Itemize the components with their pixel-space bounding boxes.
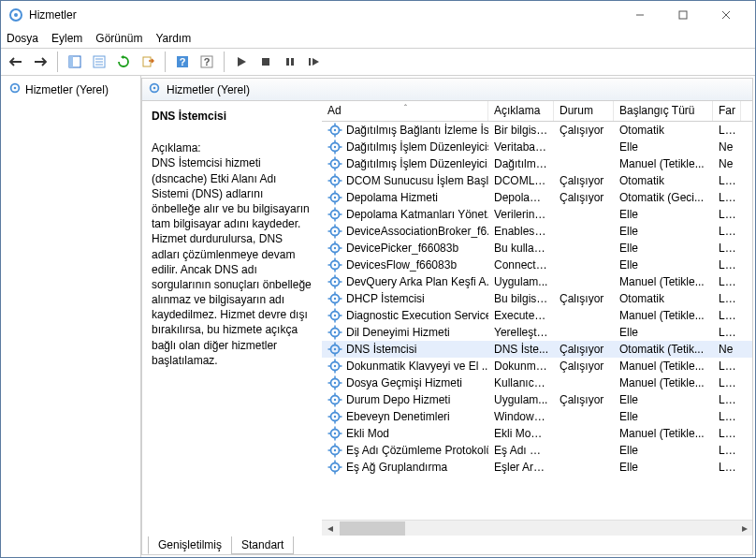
restart-service-button[interactable] xyxy=(303,51,326,73)
cell-desc: Dokunma... xyxy=(488,360,554,373)
col-desc[interactable]: Açıklama xyxy=(488,101,554,121)
cell-desc: DCOMLA... xyxy=(488,174,554,187)
svg-text:?: ? xyxy=(180,56,186,67)
col-startup[interactable]: Başlangıç Türü xyxy=(614,101,713,121)
svg-point-140 xyxy=(334,449,336,451)
tree-root-item[interactable]: Hizmetler (Yerel) xyxy=(5,80,137,99)
service-row[interactable]: Eş Ağ GruplandırmaEşler Arası...ElleLoc xyxy=(322,459,752,476)
properties-button[interactable] xyxy=(88,51,110,73)
cell-desc: Eş Adı Çö... xyxy=(488,444,554,457)
service-name-text: DevQuery Arka Plan Keşfi A... xyxy=(346,275,488,288)
cell-logon: Loc xyxy=(713,191,741,204)
svg-point-44 xyxy=(334,180,336,182)
refresh-button[interactable] xyxy=(112,51,135,73)
cell-logon: Loc xyxy=(713,326,741,339)
cell-logon: Loc xyxy=(713,309,741,322)
service-row[interactable]: DevicePicker_f66083bBu kullanı...ElleLoc xyxy=(322,240,752,257)
svg-point-24 xyxy=(153,87,156,90)
cell-logon: Loc xyxy=(713,242,741,255)
help-button[interactable]: ? xyxy=(171,51,194,73)
col-logon[interactable]: Far xyxy=(713,101,741,121)
service-name-text: Dağıtılmış Bağlantı İzleme İs... xyxy=(346,124,488,137)
minimize-button[interactable] xyxy=(618,1,662,29)
back-button[interactable] xyxy=(5,51,27,73)
service-row[interactable]: DeviceAssociationBroker_f6...Enables a..… xyxy=(322,223,752,240)
service-row[interactable]: Eş Adı Çözümleme ProtokolüEş Adı Çö...El… xyxy=(322,442,752,459)
service-row[interactable]: Dağıtılmış İşlem Düzenleyici...Dağıtılmı… xyxy=(322,155,752,172)
scroll-left-icon[interactable]: ◂ xyxy=(322,521,338,536)
cell-startup: Elle xyxy=(614,461,713,474)
service-row[interactable]: Depolama HizmetiDepolam...ÇalışıyorOtoma… xyxy=(322,189,752,206)
tab-standard[interactable]: Standart xyxy=(231,536,294,554)
svg-point-26 xyxy=(334,129,336,131)
service-name-text: Eş Ağ Gruplandırma xyxy=(346,461,447,474)
cell-status: Çalışıyor xyxy=(554,292,614,305)
service-row[interactable]: Dosya Geçmişi HizmetiKullanıcı ...Manuel… xyxy=(322,374,752,391)
service-name-text: Ebeveyn Denetimleri xyxy=(346,410,450,423)
cell-desc: Uygulam... xyxy=(488,275,554,288)
service-row[interactable]: Dokunmatik Klavyeyi ve El ...Dokunma...Ç… xyxy=(322,358,752,374)
svg-point-22 xyxy=(14,87,17,90)
cell-name: Dağıtılmış İşlem Düzenleyici... xyxy=(322,156,488,171)
cell-startup: Manuel (Tetikle... xyxy=(614,157,713,170)
service-row[interactable]: Ebeveyn DenetimleriWindows'...ElleLoc xyxy=(322,408,752,425)
cell-startup: Manuel (Tetikle... xyxy=(614,376,713,389)
help2-button[interactable]: ? xyxy=(196,51,218,73)
gear-icon xyxy=(327,325,342,340)
cell-status: Çalışıyor xyxy=(554,191,614,204)
cell-logon: Ne xyxy=(713,157,741,170)
menu-help[interactable]: Yardım xyxy=(155,32,191,45)
maximize-button[interactable] xyxy=(662,1,705,29)
menu-action[interactable]: Eylem xyxy=(51,32,82,45)
gear-icon xyxy=(327,241,342,256)
scroll-thumb[interactable] xyxy=(340,521,405,536)
cell-startup: Otomatik (Tetik... xyxy=(614,343,713,356)
export-button[interactable] xyxy=(137,51,159,73)
service-row[interactable]: Ekli ModEkli Mod ...Manuel (Tetikle...Lo… xyxy=(322,425,752,442)
service-row[interactable]: Dil Deneyimi HizmetiYerelleştiri...ElleL… xyxy=(322,324,752,341)
service-row[interactable]: Dağıtılmış Bağlantı İzleme İs...Bir bilg… xyxy=(322,122,752,139)
service-row[interactable]: DevicesFlow_f66083bConnectU...ElleLoc xyxy=(322,257,752,273)
cell-logon: Loc xyxy=(713,444,741,457)
cell-startup: Elle xyxy=(614,242,713,255)
svg-point-134 xyxy=(334,433,336,434)
pane-header: Hizmetler (Yerel) xyxy=(142,79,752,101)
cell-logon: Loc xyxy=(713,225,741,238)
pause-service-button[interactable] xyxy=(279,51,301,73)
window-title: Hizmetler xyxy=(29,8,618,22)
service-row[interactable]: Diagnostic Execution ServiceExecutes ...… xyxy=(322,307,752,324)
start-service-button[interactable] xyxy=(230,51,253,73)
svg-point-32 xyxy=(334,146,336,148)
cell-startup: Otomatik xyxy=(614,124,713,137)
service-row[interactable]: Durum Depo HizmetiUygulam...ÇalışıyorEll… xyxy=(322,391,752,408)
detail-desc: DNS İstemcisi hizmeti (dsncache) Etki Al… xyxy=(152,155,313,368)
service-row[interactable]: DCOM Sunucusu İşlem Başl...DCOMLA...Çalı… xyxy=(322,172,752,189)
stop-service-button[interactable] xyxy=(254,51,277,73)
svg-point-110 xyxy=(334,365,336,367)
cell-logon: Ne xyxy=(713,343,741,356)
pane-header-title: Hizmetler (Yerel) xyxy=(167,83,250,96)
close-button[interactable] xyxy=(705,1,748,29)
service-row[interactable]: DevQuery Arka Plan Keşfi A...Uygulam...M… xyxy=(322,273,752,290)
service-name-text: DevicesFlow_f66083b xyxy=(346,258,457,272)
menu-view[interactable]: Görünüm xyxy=(95,32,142,45)
cell-startup: Otomatik (Geci... xyxy=(614,191,713,204)
cell-name: DHCP İstemcisi xyxy=(322,291,488,306)
services-icon xyxy=(148,81,161,97)
col-status[interactable]: Durum xyxy=(554,101,614,121)
horizontal-scrollbar[interactable]: ◂ ▸ xyxy=(322,520,752,536)
gear-icon xyxy=(327,224,342,239)
app-icon xyxy=(8,7,23,22)
service-row[interactable]: DNS İstemcisiDNS İste...ÇalışıyorOtomati… xyxy=(322,341,752,358)
tab-extended[interactable]: Genişletilmiş xyxy=(148,536,232,554)
cell-status: Çalışıyor xyxy=(554,393,614,406)
service-row[interactable]: Depolama Katmanları Yönet...Verilerin, s… xyxy=(322,206,752,223)
cell-startup: Elle xyxy=(614,393,713,406)
show-hide-tree-button[interactable] xyxy=(64,51,86,73)
scroll-right-icon[interactable]: ▸ xyxy=(736,521,752,536)
service-row[interactable]: Dağıtılmış İşlem DüzenleyicisiVeritaban.… xyxy=(322,139,752,155)
cell-name: DevicesFlow_f66083b xyxy=(322,257,488,272)
forward-button[interactable] xyxy=(29,51,51,73)
service-row[interactable]: DHCP İstemcisiBu bilgisa...ÇalışıyorOtom… xyxy=(322,290,752,307)
menu-file[interactable]: Dosya xyxy=(7,32,38,45)
